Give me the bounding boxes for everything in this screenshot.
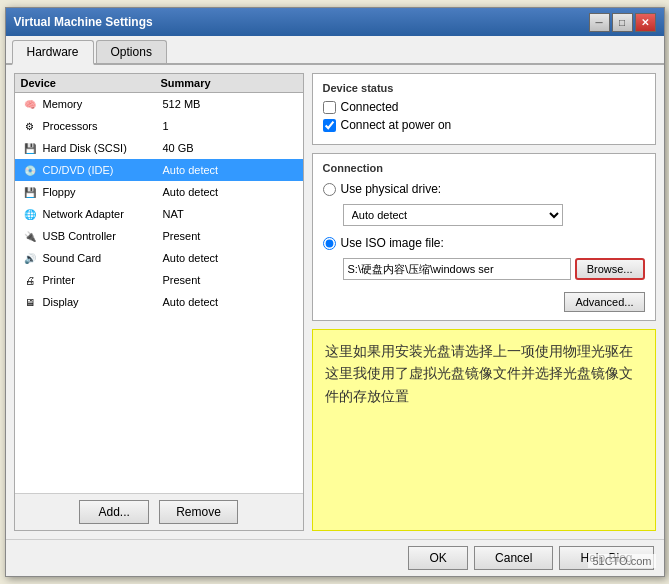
- device-table-header: Device Summary: [15, 74, 303, 93]
- iso-file-row: Browse...: [343, 258, 645, 280]
- close-button[interactable]: ✕: [635, 13, 656, 32]
- device-summary: Auto detect: [163, 186, 297, 198]
- device-name: Hard Disk (SCSI): [43, 142, 163, 154]
- device-icon-sound-card: 🔊: [21, 251, 39, 265]
- device-summary: Auto detect: [163, 164, 297, 176]
- summary-column-header: Summary: [161, 77, 297, 89]
- browse-button[interactable]: Browse...: [575, 258, 645, 280]
- device-icon-network-adapter: 🌐: [21, 207, 39, 221]
- connection-group: Connection Use physical drive: Auto dete…: [312, 153, 656, 321]
- device-icon-processors: ⚙: [21, 119, 39, 133]
- device-row[interactable]: 💾 Hard Disk (SCSI) 40 GB: [15, 137, 303, 159]
- device-status-group: Device status Connected Connect at power…: [312, 73, 656, 145]
- maximize-button[interactable]: □: [612, 13, 633, 32]
- title-bar: Virtual Machine Settings ─ □ ✕: [6, 8, 664, 36]
- device-column-header: Device: [21, 77, 161, 89]
- physical-drive-radio[interactable]: [323, 183, 336, 196]
- device-summary: NAT: [163, 208, 297, 220]
- device-row[interactable]: 💾 Floppy Auto detect: [15, 181, 303, 203]
- device-icon-memory: 🧠: [21, 97, 39, 111]
- tab-options[interactable]: Options: [96, 40, 167, 63]
- ok-button[interactable]: OK: [408, 546, 468, 570]
- main-content: Device Summary 🧠 Memory 512 MB ⚙ Process…: [6, 65, 664, 539]
- device-name: CD/DVD (IDE): [43, 164, 163, 176]
- device-icon-usb-controller: 🔌: [21, 229, 39, 243]
- device-summary: 40 GB: [163, 142, 297, 154]
- connect-power-row: Connect at power on: [323, 118, 645, 132]
- connect-power-label: Connect at power on: [341, 118, 452, 132]
- device-icon-floppy: 💾: [21, 185, 39, 199]
- device-icon-cd-dvd--ide-: 💿: [21, 163, 39, 177]
- device-name: Memory: [43, 98, 163, 110]
- device-row[interactable]: 🔊 Sound Card Auto detect: [15, 247, 303, 269]
- device-row[interactable]: 🖨 Printer Present: [15, 269, 303, 291]
- connected-checkbox[interactable]: [323, 101, 336, 114]
- connect-power-checkbox[interactable]: [323, 119, 336, 132]
- device-summary: 512 MB: [163, 98, 297, 110]
- device-summary: Present: [163, 230, 297, 242]
- device-bottom-bar: Add... Remove: [15, 493, 303, 530]
- device-icon-printer: 🖨: [21, 273, 39, 287]
- advanced-button[interactable]: Advanced...: [564, 292, 644, 312]
- tab-hardware[interactable]: Hardware: [12, 40, 94, 65]
- device-icon-display: 🖥: [21, 295, 39, 309]
- device-row[interactable]: 🧠 Memory 512 MB: [15, 93, 303, 115]
- remove-button[interactable]: Remove: [159, 500, 238, 524]
- minimize-button[interactable]: ─: [589, 13, 610, 32]
- connection-title: Connection: [323, 162, 645, 174]
- tab-bar: Hardware Options: [6, 36, 664, 65]
- device-row[interactable]: ⚙ Processors 1: [15, 115, 303, 137]
- device-name: USB Controller: [43, 230, 163, 242]
- device-name: Printer: [43, 274, 163, 286]
- device-summary: Auto detect: [163, 252, 297, 264]
- window-title: Virtual Machine Settings: [14, 15, 153, 29]
- iso-radio[interactable]: [323, 237, 336, 250]
- add-button[interactable]: Add...: [79, 500, 149, 524]
- device-list: 🧠 Memory 512 MB ⚙ Processors 1 💾 Hard Di…: [15, 93, 303, 493]
- physical-drive-row: Use physical drive:: [323, 182, 645, 196]
- device-name: Floppy: [43, 186, 163, 198]
- device-name: Display: [43, 296, 163, 308]
- device-row[interactable]: 🌐 Network Adapter NAT: [15, 203, 303, 225]
- connected-row: Connected: [323, 100, 645, 114]
- iso-path-input[interactable]: [343, 258, 571, 280]
- iso-label: Use ISO image file:: [341, 236, 444, 250]
- window-footer: OK Cancel Help Blog: [6, 539, 664, 576]
- iso-row: Use ISO image file:: [323, 236, 645, 250]
- cancel-button[interactable]: Cancel: [474, 546, 553, 570]
- right-panel: Device status Connected Connect at power…: [312, 73, 656, 531]
- device-icon-hard-disk--scsi-: 💾: [21, 141, 39, 155]
- device-name: Network Adapter: [43, 208, 163, 220]
- device-name: Processors: [43, 120, 163, 132]
- annotation-box: 这里如果用安装光盘请选择上一项使用物理光驱在这里我使用了虚拟光盘镜像文件并选择光…: [312, 329, 656, 531]
- watermark: 51CTO.com: [588, 554, 655, 568]
- device-summary: Auto detect: [163, 296, 297, 308]
- device-status-title: Device status: [323, 82, 645, 94]
- device-row[interactable]: 💿 CD/DVD (IDE) Auto detect: [15, 159, 303, 181]
- device-panel: Device Summary 🧠 Memory 512 MB ⚙ Process…: [14, 73, 304, 531]
- device-row[interactable]: 🔌 USB Controller Present: [15, 225, 303, 247]
- window-controls: ─ □ ✕: [589, 13, 656, 32]
- device-row[interactable]: 🖥 Display Auto detect: [15, 291, 303, 313]
- connected-label: Connected: [341, 100, 399, 114]
- device-name: Sound Card: [43, 252, 163, 264]
- physical-drive-dropdown[interactable]: Auto detect: [343, 204, 563, 226]
- annotation-text: 这里如果用安装光盘请选择上一项使用物理光驱在这里我使用了虚拟光盘镜像文件并选择光…: [325, 343, 633, 404]
- auto-detect-row: Auto detect: [343, 204, 645, 226]
- device-summary: Present: [163, 274, 297, 286]
- device-summary: 1: [163, 120, 297, 132]
- physical-drive-label: Use physical drive:: [341, 182, 442, 196]
- virtual-machine-settings-window: Virtual Machine Settings ─ □ ✕ Hardware …: [5, 7, 665, 577]
